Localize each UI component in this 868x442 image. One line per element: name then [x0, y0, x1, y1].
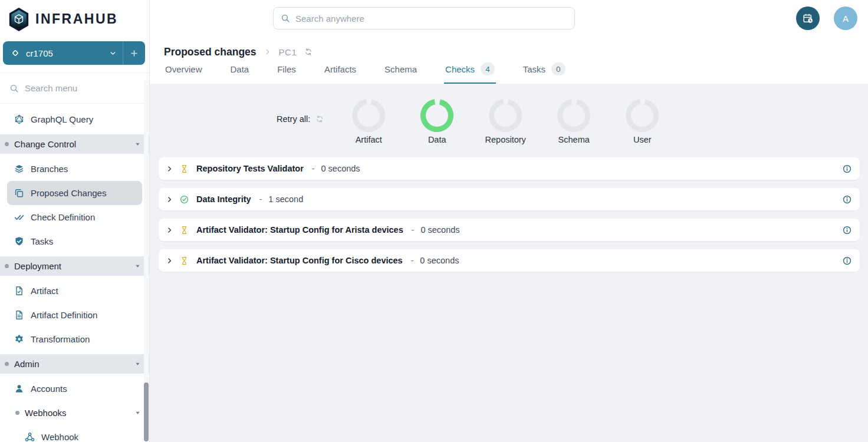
schedule-button[interactable]: [796, 6, 820, 30]
ring-label: Artifact: [356, 135, 382, 144]
sidebar-item-check-definition[interactable]: Check Definition: [0, 205, 149, 229]
tab-overview[interactable]: Overview: [164, 57, 203, 84]
calendar-clock-icon: [803, 13, 814, 24]
expand-chevron-right-icon[interactable]: [165, 194, 175, 204]
search-icon: [9, 84, 19, 93]
section-label: Deployment: [14, 261, 61, 271]
branch-selector[interactable]: cr1705: [3, 41, 145, 65]
tab-label: Data: [231, 64, 249, 74]
info-icon[interactable]: [843, 164, 851, 173]
sidebar-item-label: Artifact Definition: [31, 310, 97, 320]
add-branch-button[interactable]: [123, 41, 145, 65]
check-row-artifact-validator-startup-config-for-arista-devices: Artifact Validator: Startup Config for A…: [159, 219, 860, 241]
info-icon[interactable]: [843, 256, 851, 265]
brand-wordmark: INFRAHUB: [35, 11, 118, 27]
sidebar-item-accounts[interactable]: Accounts: [0, 377, 149, 401]
caret-down-icon: [134, 263, 141, 269]
check-row-artifact-validator-startup-config-for-cisco-devices: Artifact Validator: Startup Config for C…: [159, 249, 860, 272]
check-title: Artifact Validator: Startup Config for C…: [196, 256, 403, 265]
sidebar-item-proposed-changes[interactable]: Proposed Changes: [7, 181, 142, 205]
sidebar-item-label: Tasks: [31, 236, 53, 246]
sidebar-search-input[interactable]: [25, 83, 119, 93]
global-search-input[interactable]: [295, 14, 567, 24]
check-duration: 0 seconds: [321, 164, 360, 173]
sidebar-item-tasks[interactable]: Tasks: [0, 229, 149, 253]
expand-chevron-right-icon[interactable]: [165, 256, 175, 266]
expand-chevron-right-icon[interactable]: [165, 225, 175, 235]
caret-down-icon: [134, 361, 141, 367]
sidebar-section-change-control[interactable]: Change Control: [0, 134, 149, 154]
check-title: Repository Tests Validator: [196, 164, 304, 173]
validator-ring-user[interactable]: User: [614, 99, 670, 144]
validator-ring-data[interactable]: Data: [409, 99, 465, 144]
progress-ring: [352, 99, 385, 132]
sidebar-item-transformation[interactable]: Transformation: [0, 327, 149, 351]
tab-bar: OverviewDataFilesArtifactsSchemaChecks4T…: [164, 57, 854, 84]
tab-schema[interactable]: Schema: [383, 57, 418, 84]
user-avatar[interactable]: A: [834, 6, 857, 30]
progress-ring: [557, 99, 590, 132]
user-icon: [14, 384, 24, 394]
info-icon[interactable]: [843, 195, 851, 204]
sidebar-section-admin[interactable]: Admin: [0, 354, 149, 374]
ring-label: Data: [428, 135, 446, 144]
check-title: Artifact Validator: Startup Config for A…: [196, 225, 403, 235]
tab-files[interactable]: Files: [276, 57, 297, 84]
sidebar-item-artifact[interactable]: Artifact: [0, 279, 149, 303]
ring-label: Schema: [558, 135, 590, 144]
check-row-data-integrity: Data Integrity - 1 second: [159, 188, 860, 210]
infrahub-logo-icon: [8, 7, 30, 32]
topbar-actions: A: [796, 6, 857, 30]
sidebar-section-deployment[interactable]: Deployment: [0, 256, 149, 276]
sidebar-item-label: Artifact: [31, 286, 58, 296]
tab-data[interactable]: Data: [229, 57, 251, 84]
progress-ring: [420, 99, 453, 132]
sidebar: INFRAHUB cr1705 GraphQL Query Change Con…: [0, 0, 150, 442]
sidebar-item-branches[interactable]: Branches: [0, 157, 149, 181]
app-root: INFRAHUB cr1705 GraphQL Query Change Con…: [0, 0, 868, 442]
brand-logo-row[interactable]: INFRAHUB: [0, 0, 149, 33]
checks-panel: Retry all: Artifact Data Repository Sche…: [150, 84, 868, 442]
sidebar-item-label: Transformation: [31, 334, 90, 344]
hourglass-icon: [180, 226, 189, 235]
tab-artifacts[interactable]: Artifacts: [323, 57, 357, 84]
sidebar-item-label: Proposed Changes: [31, 188, 106, 198]
proposed-changes-icon: [14, 188, 24, 198]
search-icon: [281, 14, 290, 23]
sidebar-item-label: Check Definition: [31, 212, 95, 222]
sidebar-scrollbar-thumb[interactable]: [144, 382, 149, 441]
sidebar-section-webhooks[interactable]: Webhooks: [0, 401, 149, 425]
refresh-icon[interactable]: [304, 48, 313, 56]
tab-label: Overview: [165, 64, 202, 74]
expand-chevron-right-icon[interactable]: [165, 164, 175, 174]
tab-label: Checks: [445, 64, 475, 74]
global-search[interactable]: [273, 7, 575, 29]
tab-tasks[interactable]: Tasks0: [522, 57, 567, 84]
retry-all: Retry all:: [277, 113, 324, 125]
tab-checks[interactable]: Checks4: [444, 57, 496, 84]
topbar: A: [150, 0, 868, 37]
sidebar-menu: GraphQL Query Change Control Branches Pr…: [0, 104, 149, 442]
graphql-icon: [14, 114, 24, 124]
retry-all-refresh-icon[interactable]: [315, 115, 324, 123]
branch-name: cr1705: [26, 48, 109, 58]
duration-separator: -: [312, 164, 315, 173]
breadcrumb-section[interactable]: Proposed changes: [164, 46, 257, 58]
sidebar-item-label: GraphQL Query: [31, 114, 93, 124]
sidebar-item-webhook[interactable]: Webhook: [0, 425, 149, 442]
validator-ring-schema[interactable]: Schema: [545, 99, 602, 144]
shield-check-icon: [14, 236, 24, 246]
hourglass-icon: [180, 164, 189, 173]
caret-down-icon: [134, 410, 141, 416]
sidebar-item-artifact-definition[interactable]: Artifact Definition: [0, 303, 149, 327]
info-icon[interactable]: [843, 226, 851, 235]
branch-icon: [11, 48, 20, 58]
validator-ring-repository[interactable]: Repository: [477, 99, 534, 144]
chevron-right-icon: [264, 48, 271, 55]
validator-ring-artifact[interactable]: Artifact: [340, 99, 397, 144]
tab-count-badge: 4: [481, 62, 495, 75]
gear-icon: [14, 334, 24, 344]
check-title: Data Integrity: [196, 194, 251, 204]
sidebar-search[interactable]: [0, 72, 149, 104]
sidebar-item-graphql-query[interactable]: GraphQL Query: [0, 107, 149, 131]
